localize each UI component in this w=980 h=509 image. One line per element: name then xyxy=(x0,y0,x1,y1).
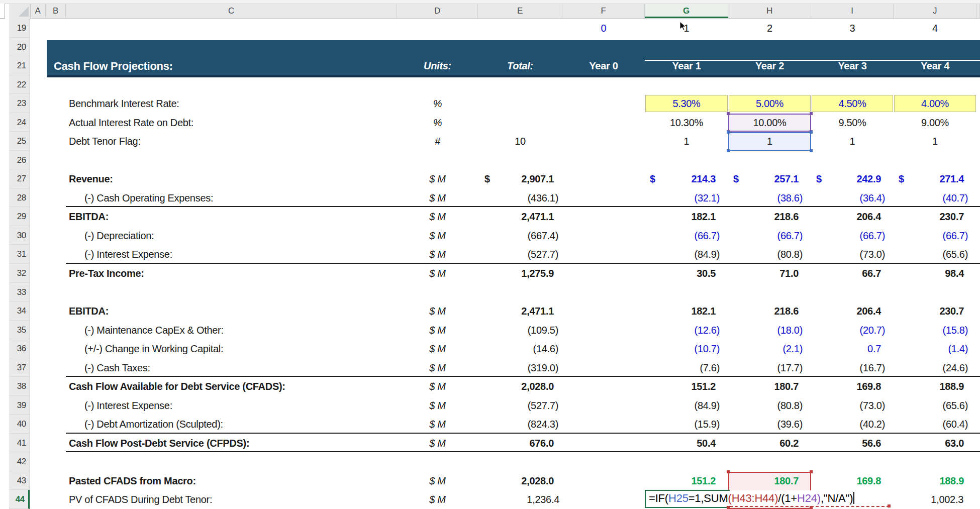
cell-I23[interactable]: 4.50% xyxy=(811,94,894,113)
row-header-28[interactable]: 28 xyxy=(9,188,30,208)
select-all-corner[interactable] xyxy=(9,4,31,18)
cell-H23[interactable]: 5.00% xyxy=(728,94,811,113)
unit-cell-41[interactable]: $ M xyxy=(397,434,478,453)
row-label-35[interactable]: (-) Maintenance CapEx & Other: xyxy=(84,321,406,340)
fill-handle[interactable] xyxy=(810,131,813,134)
cell-I25[interactable]: 1 xyxy=(811,132,894,151)
unit-cell-37[interactable]: $ M xyxy=(397,358,478,377)
unit-cell-34[interactable]: $ M xyxy=(397,301,478,321)
cell-J43[interactable]: 188.9 xyxy=(889,471,964,490)
unit-cell-43[interactable]: $ M xyxy=(397,471,478,490)
row-label-41[interactable]: Cash Flow Post-Debt Service (CFPDS): xyxy=(69,434,390,453)
total-cell-44[interactable]: 1,236.4 xyxy=(479,490,559,509)
fill-handle[interactable] xyxy=(727,112,730,115)
row-header-20[interactable]: 20 xyxy=(9,38,30,57)
cell-H40[interactable]: (39.6) xyxy=(727,415,803,434)
row-header-34[interactable]: 34 xyxy=(9,301,30,321)
cell-H34[interactable]: 218.6 xyxy=(723,301,799,321)
cell-G30[interactable]: (66.7) xyxy=(644,226,720,245)
cell-J44[interactable]: 1,002.3 xyxy=(888,490,963,509)
row-header-22[interactable]: 22 xyxy=(9,75,30,94)
total-cell-29[interactable]: 2,471.1 xyxy=(473,207,554,226)
cell-H28[interactable]: (38.6) xyxy=(727,188,803,208)
row-label-44[interactable]: PV of CFADS During Debt Tenor: xyxy=(69,490,390,509)
cell-G39[interactable]: (84.9) xyxy=(644,396,720,415)
row-header-29[interactable]: 29 xyxy=(9,207,30,226)
cell-I29[interactable]: 206.4 xyxy=(806,207,881,226)
row-header-33[interactable]: 33 xyxy=(9,283,30,302)
cell-H24[interactable]: 10.00% xyxy=(728,113,811,132)
cell-G31[interactable]: (84.9) xyxy=(644,245,720,264)
cell-I37[interactable]: (16.7) xyxy=(810,358,885,377)
column-header-A[interactable]: A xyxy=(30,4,46,18)
cell-J31[interactable]: (65.6) xyxy=(893,245,968,264)
cell-G40[interactable]: (15.9) xyxy=(644,415,720,434)
row-label-30[interactable]: (-) Depreciation: xyxy=(84,226,406,245)
unit-cell-28[interactable]: $ M xyxy=(397,188,478,208)
unit-cell-23[interactable]: % xyxy=(397,94,478,113)
cell-G43[interactable]: 151.2 xyxy=(640,471,716,490)
row-label-32[interactable]: Pre-Tax Income: xyxy=(69,264,390,283)
cell-H30[interactable]: (66.7) xyxy=(727,226,803,245)
cell-J24[interactable]: 9.00% xyxy=(894,113,976,132)
cell-H29[interactable]: 218.6 xyxy=(723,207,799,226)
unit-cell-32[interactable]: $ M xyxy=(397,264,478,283)
total-cell-38[interactable]: 2,028.0 xyxy=(473,377,554,396)
column-header-F[interactable]: F xyxy=(562,4,645,18)
cell-I39[interactable]: (73.0) xyxy=(810,396,885,415)
row-label-24[interactable]: Actual Interest Rate on Debt: xyxy=(69,113,390,132)
row-label-28[interactable]: (-) Cash Operating Expenses: xyxy=(84,188,406,208)
column-header-E[interactable]: E xyxy=(478,4,562,18)
fill-handle[interactable] xyxy=(727,149,730,152)
total-cell-30[interactable]: (667.4) xyxy=(478,226,558,245)
cell-I41[interactable]: 56.6 xyxy=(806,434,881,453)
cell-I32[interactable]: 66.7 xyxy=(806,264,881,283)
cell-I19[interactable]: 3 xyxy=(811,19,894,38)
unit-cell-30[interactable]: $ M xyxy=(397,226,478,245)
total-cell-40[interactable]: (824.3) xyxy=(478,415,558,434)
row-header-30[interactable]: 30 xyxy=(9,226,30,245)
cell-H35[interactable]: (18.0) xyxy=(727,321,803,340)
cell-J23[interactable]: 4.00% xyxy=(894,94,976,113)
cell-J19[interactable]: 4 xyxy=(894,19,976,38)
total-cell-34[interactable]: 2,471.1 xyxy=(473,301,554,321)
row-header-36[interactable]: 36 xyxy=(9,339,30,358)
cell-I43[interactable]: 169.8 xyxy=(806,471,881,490)
cell-G35[interactable]: (12.6) xyxy=(644,321,720,340)
cell-G24[interactable]: 10.30% xyxy=(645,113,728,132)
row-header-26[interactable]: 26 xyxy=(9,151,30,170)
row-label-43[interactable]: Pasted CFADS from Macro: xyxy=(69,471,390,490)
unit-cell-44[interactable]: $ M xyxy=(397,490,478,509)
cell-I30[interactable]: (66.7) xyxy=(810,226,885,245)
cell-G32[interactable]: 30.5 xyxy=(640,264,716,283)
column-header-G[interactable]: G xyxy=(645,4,728,18)
cell-G34[interactable]: 182.1 xyxy=(640,301,716,321)
row-header-38[interactable]: 38 xyxy=(9,377,30,396)
cell-G29[interactable]: 182.1 xyxy=(640,207,716,226)
row-header-23[interactable]: 23 xyxy=(9,94,30,113)
cell-G41[interactable]: 50.4 xyxy=(640,434,716,453)
cell-H32[interactable]: 71.0 xyxy=(723,264,799,283)
row-label-25[interactable]: Debt Tenor Flag: xyxy=(69,132,390,151)
unit-cell-40[interactable]: $ M xyxy=(397,415,478,434)
total-cell-43[interactable]: 2,028.0 xyxy=(473,471,554,490)
column-header-H[interactable]: H xyxy=(728,4,811,18)
row-header-43[interactable]: 43 xyxy=(9,471,30,490)
cell-J32[interactable]: 98.4 xyxy=(889,264,964,283)
cell-H38[interactable]: 180.7 xyxy=(723,377,799,396)
row-header-39[interactable]: 39 xyxy=(9,396,30,415)
cell-H31[interactable]: (80.8) xyxy=(727,245,803,264)
cell-I28[interactable]: (36.4) xyxy=(810,188,885,208)
unit-cell-35[interactable]: $ M xyxy=(397,321,478,340)
cell-I40[interactable]: (40.2) xyxy=(810,415,885,434)
cell-G28[interactable]: (32.1) xyxy=(644,188,720,208)
column-header-J[interactable]: J xyxy=(894,4,976,18)
fill-handle[interactable] xyxy=(810,470,813,473)
cell-J25[interactable]: 1 xyxy=(894,132,976,151)
row-label-39[interactable]: (-) Interest Expense: xyxy=(84,396,406,415)
total-cell-36[interactable]: (14.6) xyxy=(478,339,558,358)
cell-I38[interactable]: 169.8 xyxy=(806,377,881,396)
fill-handle[interactable] xyxy=(888,504,891,507)
row-label-27[interactable]: Revenue: xyxy=(69,169,390,188)
section-banner[interactable]: Cash Flow Projections: Units: Total: Yea… xyxy=(47,40,980,77)
